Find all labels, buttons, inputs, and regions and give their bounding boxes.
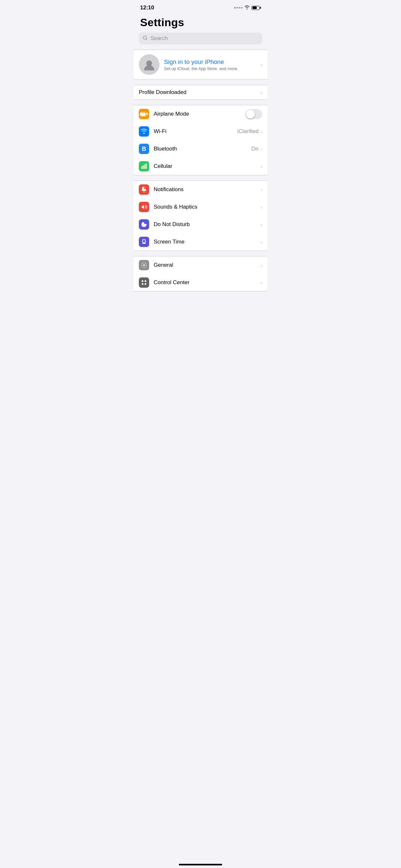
general-row[interactable]: General › bbox=[134, 256, 267, 274]
bluetooth-row[interactable]: B Bluetooth On › bbox=[134, 140, 267, 158]
do-not-disturb-chevron: › bbox=[260, 222, 262, 227]
screen-time-icon bbox=[139, 237, 149, 247]
sounds-chevron: › bbox=[260, 205, 262, 210]
signin-row[interactable]: Sign in to your iPhone Set up iCloud, th… bbox=[134, 50, 267, 80]
bluetooth-chevron: › bbox=[260, 146, 262, 152]
search-icon bbox=[143, 35, 148, 42]
general-section: General › Control Center › bbox=[134, 256, 267, 291]
signin-chevron: › bbox=[260, 62, 262, 67]
notifications-icon bbox=[139, 184, 149, 195]
general-label: General bbox=[154, 262, 260, 268]
wifi-chevron: › bbox=[260, 129, 262, 134]
toggle-knob bbox=[246, 110, 255, 119]
cellular-label: Cellular bbox=[154, 163, 260, 169]
svg-rect-13 bbox=[145, 280, 146, 282]
status-time: 12:10 bbox=[140, 4, 154, 11]
wifi-label: Wi-Fi bbox=[154, 128, 237, 135]
page-title: Settings bbox=[140, 16, 261, 29]
signin-text: Sign in to your iPhone Set up iCloud, th… bbox=[164, 58, 256, 71]
control-center-chevron: › bbox=[260, 280, 262, 285]
svg-rect-5 bbox=[146, 163, 147, 169]
gap-5 bbox=[134, 291, 267, 297]
general-chevron: › bbox=[260, 262, 262, 268]
notifications-label: Notifications bbox=[154, 186, 260, 193]
svg-rect-3 bbox=[143, 165, 144, 169]
svg-rect-4 bbox=[144, 164, 145, 169]
avatar bbox=[139, 54, 159, 75]
status-icons bbox=[234, 5, 261, 11]
battery-icon bbox=[251, 6, 261, 10]
control-center-icon bbox=[139, 277, 149, 288]
signin-subtitle: Set up iCloud, the App Store, and more. bbox=[164, 66, 256, 71]
profile-chevron: › bbox=[260, 90, 262, 95]
page-title-section: Settings bbox=[134, 13, 267, 33]
do-not-disturb-row[interactable]: Do Not Disturb › bbox=[134, 216, 267, 233]
svg-rect-14 bbox=[142, 283, 143, 285]
search-placeholder: Search bbox=[150, 35, 168, 42]
gap-4 bbox=[134, 251, 267, 256]
screen-time-row[interactable]: Screen Time › bbox=[134, 233, 267, 251]
wifi-row[interactable]: Wi-Fi iClarified › bbox=[134, 123, 267, 140]
profile-downloaded-label: Profile Downloaded bbox=[139, 89, 260, 96]
control-center-label: Control Center bbox=[154, 279, 260, 286]
sounds-icon bbox=[139, 202, 149, 212]
cellular-row[interactable]: Cellular › bbox=[134, 158, 267, 175]
general-icon bbox=[139, 260, 149, 270]
profile-section[interactable]: Profile Downloaded › bbox=[134, 85, 267, 100]
wifi-settings-icon bbox=[139, 126, 149, 136]
svg-rect-15 bbox=[145, 283, 146, 285]
airplane-mode-label: Airplane Mode bbox=[154, 111, 245, 117]
bluetooth-label: Bluetooth bbox=[154, 146, 251, 152]
connectivity-section: ✈ Airplane Mode Wi-Fi iClarified › B Blu… bbox=[134, 105, 267, 175]
screen-time-label: Screen Time bbox=[154, 239, 260, 245]
signin-title: Sign in to your iPhone bbox=[164, 58, 256, 66]
notifications-section: Notifications › Sounds & Haptics › Do No… bbox=[134, 181, 267, 251]
cellular-chevron: › bbox=[260, 164, 262, 169]
bluetooth-value: On bbox=[251, 146, 258, 152]
status-bar: 12:10 bbox=[134, 0, 267, 13]
notifications-row[interactable]: Notifications › bbox=[134, 181, 267, 198]
wifi-icon bbox=[244, 5, 250, 11]
cellular-icon bbox=[139, 161, 149, 172]
do-not-disturb-label: Do Not Disturb bbox=[154, 221, 260, 228]
airplane-mode-icon: ✈ bbox=[139, 109, 149, 119]
signal-icon bbox=[234, 7, 243, 8]
signin-section[interactable]: Sign in to your iPhone Set up iCloud, th… bbox=[134, 50, 267, 80]
search-section: Search bbox=[134, 33, 267, 50]
screen-time-chevron: › bbox=[260, 239, 262, 245]
do-not-disturb-icon bbox=[139, 219, 149, 229]
airplane-mode-row[interactable]: ✈ Airplane Mode bbox=[134, 105, 267, 123]
search-bar[interactable]: Search bbox=[139, 33, 262, 44]
sounds-haptics-row[interactable]: Sounds & Haptics › bbox=[134, 198, 267, 216]
sounds-haptics-label: Sounds & Haptics bbox=[154, 204, 260, 210]
gap-1 bbox=[134, 80, 267, 85]
gap-2 bbox=[134, 100, 267, 105]
control-center-row[interactable]: Control Center › bbox=[134, 274, 267, 291]
airplane-mode-toggle[interactable] bbox=[245, 109, 262, 119]
gap-3 bbox=[134, 175, 267, 181]
bluetooth-icon: B bbox=[139, 144, 149, 154]
svg-rect-12 bbox=[142, 280, 143, 282]
wifi-value: iClarified bbox=[237, 128, 258, 135]
notifications-chevron: › bbox=[260, 187, 262, 192]
profile-downloaded-row[interactable]: Profile Downloaded › bbox=[134, 85, 267, 99]
svg-point-11 bbox=[143, 265, 145, 266]
svg-rect-2 bbox=[142, 166, 143, 169]
